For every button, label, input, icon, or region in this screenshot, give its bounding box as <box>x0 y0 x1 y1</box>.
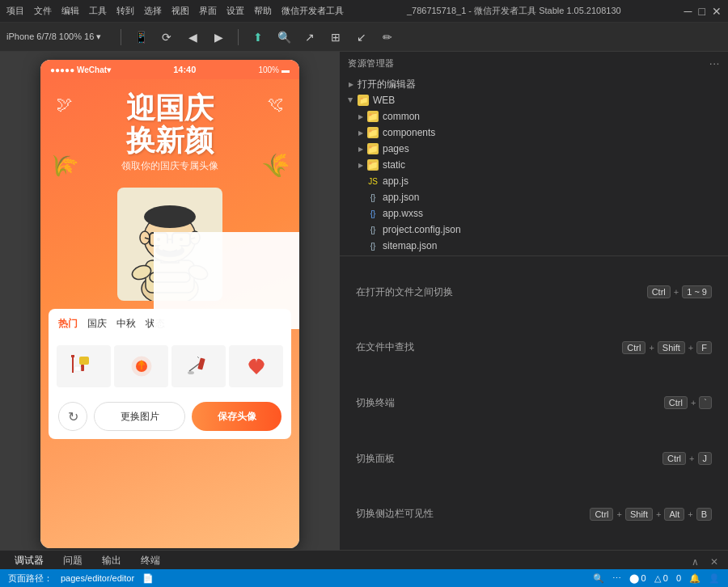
toolbar-icon-forward[interactable]: ▶ <box>209 27 228 47</box>
shortcuts-panel: 在打开的文件之间切换 Ctrl + 1 ~ 9 在文件中查找 Ctrl + Sh… <box>340 256 728 550</box>
file-tree: ▶ 打开的编辑器 ▶ 📁 WEB ▶ 📁 common ▶ 📁 co <box>340 74 728 255</box>
close-button[interactable]: ✕ <box>712 5 722 18</box>
menu-item-file[interactable]: 文件 <box>34 5 52 17</box>
toolbar-icon-grid[interactable]: ⊞ <box>326 27 345 47</box>
tree-static[interactable]: ▶ 📁 static <box>340 157 728 173</box>
toolbar-separator-2 <box>238 29 239 45</box>
menu-item-help[interactable]: 帮助 <box>254 5 272 17</box>
tree-sitemap[interactable]: ▶ {} sitemap.json <box>340 238 728 254</box>
shortcut-sidebar: 切换侧边栏可见性 Ctrl + Shift + Alt + B <box>356 491 712 537</box>
toolbar-icon-refresh[interactable]: ⟳ <box>157 27 176 47</box>
tree-appjs[interactable]: ▶ JS app.js <box>340 173 728 189</box>
shortcut-keys-2: Ctrl + Shift + F <box>622 341 712 354</box>
tree-open-editors[interactable]: ▶ 打开的编辑器 <box>340 76 728 92</box>
pages-label: pages <box>383 143 409 154</box>
sitemap-label: sitemap.json <box>383 240 437 251</box>
tree-common[interactable]: ▶ 📁 common <box>340 108 728 125</box>
collapse-button[interactable]: ∧ <box>688 555 702 569</box>
arrow-icon: ▶ <box>356 112 366 121</box>
status-warn-icon: △ <box>654 573 661 583</box>
web-label: WEB <box>373 95 395 106</box>
tree-web-root[interactable]: ▶ 📁 WEB <box>340 92 728 108</box>
toolbar-icon-export[interactable]: ↙ <box>352 27 371 47</box>
tag-guoqing[interactable]: 国庆 <box>87 317 107 331</box>
avatar-section <box>40 179 299 309</box>
shortcut-find: 在文件中查找 Ctrl + Shift + F <box>356 325 712 371</box>
key-sep-5: + <box>689 454 694 463</box>
arrow-icon: ▶ <box>346 95 356 105</box>
json-file-icon-3: {} <box>367 240 379 251</box>
explorer-menu-button[interactable]: ··· <box>709 57 720 70</box>
explorer-header: 资源管理器 ··· <box>340 52 728 74</box>
title-bar: 项目 文件 编辑 工具 转到 选择 视图 界面 设置 帮助 微信开发者工具 _7… <box>0 0 728 23</box>
bell-icon[interactable]: 🔔 <box>689 573 700 584</box>
change-photo-button[interactable]: 更换图片 <box>94 402 185 431</box>
shortcut-keys-5: Ctrl + Shift + Alt + B <box>590 508 712 521</box>
key-sep-6: + <box>616 509 621 519</box>
close-debugger-button[interactable]: ✕ <box>707 555 722 569</box>
folder-icon: 📁 <box>367 127 379 138</box>
open-editors-label: 打开的编辑器 <box>358 78 416 91</box>
grid-cell-2[interactable] <box>114 345 168 387</box>
menu-bar-items[interactable]: 项目 文件 编辑 工具 转到 选择 视图 界面 设置 帮助 微信开发者工具 <box>6 5 344 17</box>
toolbar-icon-pen[interactable]: ✏ <box>378 27 397 47</box>
arrow-icon: ▶ <box>346 79 356 89</box>
device-info[interactable]: iPhone 6/7/8 100% 16 ▾ <box>6 32 101 42</box>
grid-cell-3[interactable] <box>171 345 226 387</box>
key-sep-4: + <box>691 398 696 408</box>
menu-item-interface[interactable]: 界面 <box>199 5 217 17</box>
toolbar-icon-import[interactable]: ⬆ <box>248 27 268 47</box>
bird-right-icon: 🕊 <box>267 95 283 114</box>
menu-item-select[interactable]: 选择 <box>144 5 162 17</box>
js-file-icon: JS <box>367 175 379 187</box>
tree-components[interactable]: ▶ 📁 components <box>340 125 728 141</box>
shortcut-label-5: 切换侧边栏可见性 <box>356 507 434 521</box>
common-label: common <box>383 111 420 122</box>
key-backtick: ` <box>699 396 712 409</box>
status-menu-icon[interactable]: ⋯ <box>612 573 621 584</box>
tag-zhongqiu[interactable]: 中秋 <box>116 317 136 331</box>
arrow-icon: ▶ <box>356 144 366 154</box>
toolbar-icon-search[interactable]: 🔍 <box>274 27 294 47</box>
tree-projectconfig[interactable]: ▶ {} project.config.json <box>340 222 728 238</box>
toolbar: iPhone 6/7/8 100% 16 ▾ 📱 ⟳ ◀ ▶ ⬆ 🔍 ↗ ⊞ ↙… <box>0 23 728 52</box>
tree-appwxss[interactable]: ▶ {} app.wxss <box>340 205 728 222</box>
menu-item-wechat-dev[interactable]: 微信开发者工具 <box>281 5 344 17</box>
folder-icon: 📁 <box>367 143 379 154</box>
window-controls[interactable]: ─ □ ✕ <box>684 5 722 18</box>
bottom-buttons: ↻ 更换图片 保存头像 <box>49 394 291 439</box>
key-ctrl-4: Ctrl <box>662 452 686 465</box>
key-alt: Alt <box>664 508 684 521</box>
person-icon[interactable]: 👤 <box>709 573 720 584</box>
file-explorer: 资源管理器 ··· ▶ 打开的编辑器 ▶ 📁 WEB ▶ 📁 <box>340 52 728 256</box>
key-sep-2: + <box>649 343 654 353</box>
breadcrumb[interactable]: pages/editor/editor <box>61 573 134 583</box>
toolbar-icon-phone[interactable]: 📱 <box>131 27 150 47</box>
menu-item-edit[interactable]: 编辑 <box>61 5 79 17</box>
key-b: B <box>696 508 712 521</box>
menu-item-tool[interactable]: 工具 <box>89 5 107 17</box>
banner-title: 迎国庆换新颜 <box>53 92 286 156</box>
refresh-button[interactable]: ↻ <box>58 402 87 431</box>
phone-battery: 100% ▬ <box>258 65 290 74</box>
tree-appjson[interactable]: ▶ {} app.json <box>340 189 728 205</box>
menu-item-project[interactable]: 项目 <box>6 5 24 17</box>
status-search-icon[interactable]: 🔍 <box>593 573 604 584</box>
grid-cell-4[interactable] <box>229 345 283 387</box>
menu-item-settings[interactable]: 设置 <box>226 5 244 17</box>
menu-item-view[interactable]: 视图 <box>171 5 189 17</box>
phone-status-bar: ●●●●● WeChat▾ 14:40 100% ▬ <box>40 60 299 79</box>
tree-pages[interactable]: ▶ 📁 pages <box>340 141 728 157</box>
menu-item-goto[interactable]: 转到 <box>116 5 134 17</box>
key-sep-8: + <box>688 509 692 519</box>
tag-hot[interactable]: 热门 <box>58 317 78 331</box>
wxss-file-icon: {} <box>367 208 379 219</box>
maximize-button[interactable]: □ <box>699 5 705 18</box>
toolbar-icon-back[interactable]: ◀ <box>183 27 202 47</box>
right-panel: 资源管理器 ··· ▶ 打开的编辑器 ▶ 📁 WEB ▶ 📁 <box>340 52 728 550</box>
minimize-button[interactable]: ─ <box>684 5 692 18</box>
key-shift-1: Shift <box>658 341 685 354</box>
toolbar-icon-cursor[interactable]: ↗ <box>300 27 320 47</box>
save-avatar-button[interactable]: 保存头像 <box>192 402 281 431</box>
grid-cell-1[interactable] <box>57 345 111 387</box>
